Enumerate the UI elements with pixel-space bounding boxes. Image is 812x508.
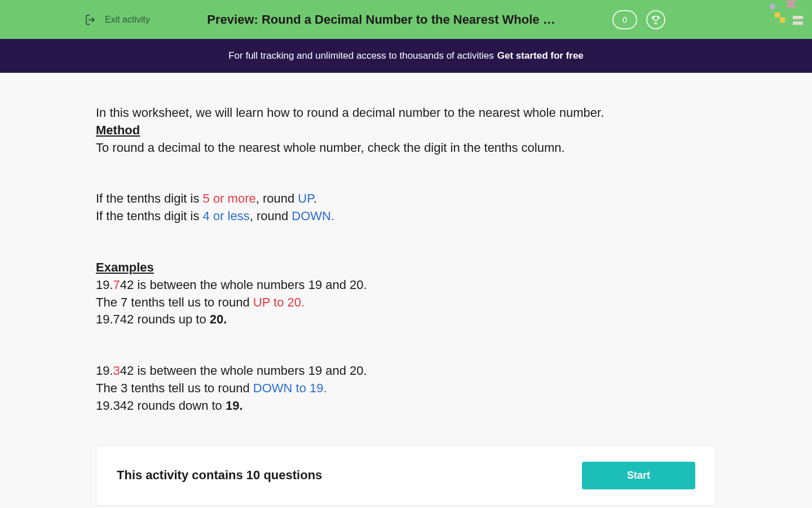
trophy-badge[interactable]	[646, 10, 665, 29]
svg-rect-3	[793, 16, 803, 19]
method-description: To round a decimal to the nearest whole …	[96, 139, 705, 157]
start-button[interactable]: Start	[582, 462, 695, 489]
exit-activity-button[interactable]: Exit activity	[85, 13, 150, 27]
rules-block: If the tenths digit is 5 or more, round …	[96, 190, 705, 225]
question-count-text: This activity contains 10 questions	[117, 468, 322, 483]
header: Exit activity Preview: Round a Decimal N…	[0, 0, 812, 39]
svg-rect-2	[780, 17, 785, 23]
example-2-line-2: The 3 tenths tell us to round DOWN to 19…	[96, 380, 705, 397]
header-controls: 0	[612, 10, 665, 29]
exit-icon	[85, 13, 98, 27]
promo-banner: For full tracking and unlimited access t…	[0, 39, 812, 73]
example-2-line-3: 19.342 rounds down to 19.	[96, 397, 705, 415]
score-badge: 0	[612, 10, 637, 29]
decoration-icon	[767, 0, 806, 28]
rule-round-up: If the tenths digit is 5 or more, round …	[96, 190, 705, 208]
examples-heading: Examples	[96, 260, 154, 274]
svg-rect-4	[793, 21, 803, 25]
method-block: Method To round a decimal to the nearest…	[96, 122, 705, 157]
example-1-line-1: 19.742 is between the whole numbers 19 a…	[96, 277, 705, 294]
banner-text: For full tracking and unlimited access t…	[228, 50, 494, 62]
example-1-line-2: The 7 tenths tell us to round UP to 20.	[96, 294, 705, 312]
exit-label: Exit activity	[105, 15, 150, 25]
activity-footer-card: This activity contains 10 questions Star…	[96, 445, 716, 506]
example-1-line-3: 19.742 rounds up to 20.	[96, 311, 705, 329]
method-heading: Method	[96, 123, 140, 137]
example-2-line-1: 19.342 is between the whole numbers 19 a…	[96, 362, 705, 380]
page-title: Preview: Round a Decimal Number to the N…	[167, 12, 595, 27]
score-value: 0	[623, 15, 627, 24]
intro-text: In this worksheet, we will learn how to …	[96, 104, 705, 122]
get-started-link[interactable]: Get started for free	[497, 50, 584, 62]
svg-rect-1	[775, 12, 780, 17]
worksheet-content: In this worksheet, we will learn how to …	[96, 73, 716, 415]
svg-point-0	[770, 4, 775, 10]
spacer	[0, 506, 812, 508]
rule-round-down: If the tenths digit is 4 or less, round …	[96, 208, 705, 225]
trophy-icon	[651, 15, 661, 25]
example-2-block: 19.342 is between the whole numbers 19 a…	[96, 362, 705, 414]
example-1-block: Examples 19.742 is between the whole num…	[96, 259, 705, 329]
